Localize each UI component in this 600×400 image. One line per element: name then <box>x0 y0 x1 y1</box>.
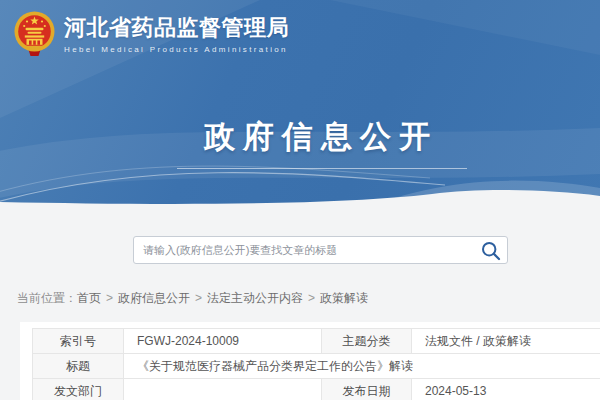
topic-category-value: 法规文件 / 政策解读 <box>412 329 600 354</box>
page: 河北省药品监督管理局 Hebei Medical Products Admini… <box>0 0 600 400</box>
breadcrumb-separator: > <box>308 291 315 305</box>
topic-category-label: 主题分类 <box>322 329 412 354</box>
banner-underline <box>177 168 467 169</box>
table-row: 发文部门 发布日期 2024-05-13 <box>33 379 600 400</box>
breadcrumb-item-policy-interpretation[interactable]: 政策解读 <box>320 291 368 305</box>
issuing-department-label: 发文部门 <box>33 379 124 400</box>
banner-title: 政府信息公开 <box>21 116 600 158</box>
breadcrumb-item-home[interactable]: 首页 <box>77 291 101 305</box>
index-number-value: FGWJ-2024-10009 <box>124 329 322 354</box>
breadcrumb-separator: > <box>106 291 113 305</box>
site-title-en: Hebei Medical Products Administration <box>64 45 289 54</box>
site-title-cn: 河北省药品监督管理局 <box>64 15 289 41</box>
breadcrumb: 当前位置：首页>政府信息公开>法定主动公开内容>政策解读 <box>17 290 368 307</box>
search-button[interactable] <box>480 240 502 262</box>
breadcrumb-item-info-disclosure[interactable]: 政府信息公开 <box>118 291 190 305</box>
document-meta-table: 索引号 FGWJ-2024-10009 主题分类 法规文件 / 政策解读 标题 … <box>32 328 600 400</box>
search-input[interactable] <box>134 237 472 263</box>
publish-date-label: 发布日期 <box>322 379 412 400</box>
title-value: 《关于规范医疗器械产品分类界定工作的公告》解读 <box>124 354 600 379</box>
title-label: 标题 <box>33 354 124 379</box>
search-box <box>133 236 508 264</box>
index-number-label: 索引号 <box>33 329 124 354</box>
site-header-banner: 河北省药品监督管理局 Hebei Medical Products Admini… <box>0 0 600 212</box>
search-icon <box>480 240 502 262</box>
breadcrumb-separator: > <box>195 291 202 305</box>
china-national-emblem-icon <box>14 11 55 58</box>
document-panel: 索引号 FGWJ-2024-10009 主题分类 法规文件 / 政策解读 标题 … <box>20 322 600 400</box>
site-brand: 河北省药品监督管理局 Hebei Medical Products Admini… <box>14 11 289 58</box>
publish-date-value: 2024-05-13 <box>412 379 600 400</box>
site-title-block: 河北省药品监督管理局 Hebei Medical Products Admini… <box>64 15 289 53</box>
breadcrumb-item-statutory-content[interactable]: 法定主动公开内容 <box>207 291 303 305</box>
table-row: 标题 《关于规范医疗器械产品分类界定工作的公告》解读 <box>33 354 600 379</box>
issuing-department-value <box>124 379 322 400</box>
breadcrumb-label: 当前位置： <box>17 291 77 305</box>
table-row: 索引号 FGWJ-2024-10009 主题分类 法规文件 / 政策解读 <box>33 329 600 354</box>
